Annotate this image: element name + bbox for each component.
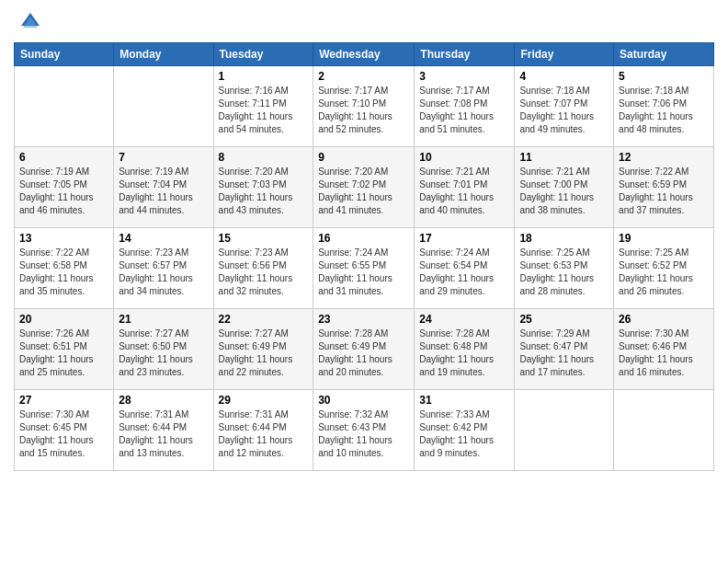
day-number: 3 (419, 70, 509, 83)
day-info: Sunrise: 7:20 AMSunset: 7:02 PMDaylight:… (318, 166, 409, 217)
day-cell: 6 Sunrise: 7:19 AMSunset: 7:05 PMDayligh… (15, 147, 114, 228)
week-row-1: 1 Sunrise: 7:16 AMSunset: 7:11 PMDayligh… (15, 66, 714, 147)
day-number: 27 (19, 394, 108, 407)
day-number: 28 (119, 394, 208, 407)
day-cell: 25 Sunrise: 7:29 AMSunset: 6:47 PMDaylig… (515, 309, 614, 390)
day-info: Sunrise: 7:26 AMSunset: 6:51 PMDaylight:… (19, 327, 108, 379)
day-cell: 4 Sunrise: 7:18 AMSunset: 7:07 PMDayligh… (515, 66, 614, 147)
day-number: 4 (519, 70, 609, 83)
logo-icon (17, 9, 43, 35)
day-info: Sunrise: 7:22 AMSunset: 6:58 PMDaylight:… (19, 247, 108, 298)
page: SundayMondayTuesdayWednesdayThursdayFrid… (0, 0, 728, 563)
day-info: Sunrise: 7:17 AMSunset: 7:08 PMDaylight:… (419, 85, 509, 136)
header-saturday: Saturday (614, 43, 714, 66)
day-cell: 21 Sunrise: 7:27 AMSunset: 6:50 PMDaylig… (114, 309, 213, 390)
day-cell (114, 66, 213, 147)
day-cell: 7 Sunrise: 7:19 AMSunset: 7:04 PMDayligh… (114, 147, 213, 228)
day-cell (15, 66, 114, 147)
day-cell: 12 Sunrise: 7:22 AMSunset: 6:59 PMDaylig… (614, 147, 714, 228)
day-number: 24 (419, 313, 509, 326)
day-number: 20 (19, 313, 108, 326)
day-info: Sunrise: 7:18 AMSunset: 7:07 PMDaylight:… (519, 85, 609, 136)
day-number: 9 (318, 151, 409, 164)
day-cell: 15 Sunrise: 7:23 AMSunset: 6:56 PMDaylig… (213, 228, 313, 309)
day-cell: 31 Sunrise: 7:33 AMSunset: 6:42 PMDaylig… (415, 390, 515, 471)
day-cell (614, 390, 714, 471)
day-cell: 8 Sunrise: 7:20 AMSunset: 7:03 PMDayligh… (213, 147, 313, 228)
day-number: 1 (219, 70, 309, 83)
day-info: Sunrise: 7:33 AMSunset: 6:42 PMDaylight:… (419, 408, 509, 460)
day-number: 12 (619, 151, 709, 164)
day-number: 25 (519, 313, 609, 326)
day-info: Sunrise: 7:31 AMSunset: 6:44 PMDaylight:… (219, 408, 309, 460)
day-number: 22 (219, 313, 309, 326)
day-info: Sunrise: 7:29 AMSunset: 6:47 PMDaylight:… (519, 327, 609, 379)
calendar-table: SundayMondayTuesdayWednesdayThursdayFrid… (14, 42, 714, 471)
day-number: 8 (219, 151, 309, 164)
day-info: Sunrise: 7:24 AMSunset: 6:55 PMDaylight:… (318, 247, 409, 298)
day-number: 18 (519, 232, 609, 245)
day-info: Sunrise: 7:32 AMSunset: 6:43 PMDaylight:… (318, 408, 409, 460)
day-cell: 24 Sunrise: 7:28 AMSunset: 6:48 PMDaylig… (415, 309, 515, 390)
week-row-3: 13 Sunrise: 7:22 AMSunset: 6:58 PMDaylig… (15, 228, 714, 309)
day-cell: 27 Sunrise: 7:30 AMSunset: 6:45 PMDaylig… (15, 390, 114, 471)
day-cell: 1 Sunrise: 7:16 AMSunset: 7:11 PMDayligh… (213, 66, 313, 147)
day-cell: 11 Sunrise: 7:21 AMSunset: 7:00 PMDaylig… (515, 147, 614, 228)
day-number: 29 (219, 394, 309, 407)
day-cell: 23 Sunrise: 7:28 AMSunset: 6:49 PMDaylig… (313, 309, 415, 390)
day-number: 31 (419, 394, 509, 407)
day-info: Sunrise: 7:28 AMSunset: 6:49 PMDaylight:… (318, 327, 409, 379)
day-info: Sunrise: 7:25 AMSunset: 6:52 PMDaylight:… (619, 247, 709, 298)
day-cell: 29 Sunrise: 7:31 AMSunset: 6:44 PMDaylig… (213, 390, 313, 471)
day-number: 10 (419, 151, 509, 164)
day-number: 11 (519, 151, 609, 164)
day-info: Sunrise: 7:20 AMSunset: 7:03 PMDaylight:… (219, 166, 309, 217)
day-number: 23 (318, 313, 409, 326)
day-cell: 14 Sunrise: 7:23 AMSunset: 6:57 PMDaylig… (114, 228, 213, 309)
day-info: Sunrise: 7:16 AMSunset: 7:11 PMDaylight:… (219, 85, 309, 136)
day-number: 16 (318, 232, 409, 245)
day-info: Sunrise: 7:30 AMSunset: 6:46 PMDaylight:… (619, 327, 709, 379)
week-row-5: 27 Sunrise: 7:30 AMSunset: 6:45 PMDaylig… (15, 390, 714, 471)
day-cell: 18 Sunrise: 7:25 AMSunset: 6:53 PMDaylig… (515, 228, 614, 309)
day-info: Sunrise: 7:28 AMSunset: 6:48 PMDaylight:… (419, 327, 509, 379)
day-info: Sunrise: 7:19 AMSunset: 7:04 PMDaylight:… (119, 166, 208, 217)
day-info: Sunrise: 7:27 AMSunset: 6:49 PMDaylight:… (219, 327, 309, 379)
day-info: Sunrise: 7:22 AMSunset: 6:59 PMDaylight:… (619, 166, 709, 217)
day-cell: 20 Sunrise: 7:26 AMSunset: 6:51 PMDaylig… (15, 309, 114, 390)
header-tuesday: Tuesday (213, 43, 313, 66)
day-number: 7 (119, 151, 208, 164)
day-info: Sunrise: 7:19 AMSunset: 7:05 PMDaylight:… (19, 166, 108, 217)
header-thursday: Thursday (415, 43, 515, 66)
day-cell: 9 Sunrise: 7:20 AMSunset: 7:02 PMDayligh… (313, 147, 415, 228)
day-info: Sunrise: 7:21 AMSunset: 7:01 PMDaylight:… (419, 166, 509, 217)
day-number: 13 (19, 232, 108, 245)
day-cell: 5 Sunrise: 7:18 AMSunset: 7:06 PMDayligh… (614, 66, 714, 147)
day-cell: 3 Sunrise: 7:17 AMSunset: 7:08 PMDayligh… (415, 66, 515, 147)
header-friday: Friday (515, 43, 614, 66)
day-cell: 16 Sunrise: 7:24 AMSunset: 6:55 PMDaylig… (313, 228, 415, 309)
week-row-4: 20 Sunrise: 7:26 AMSunset: 6:51 PMDaylig… (15, 309, 714, 390)
day-info: Sunrise: 7:27 AMSunset: 6:50 PMDaylight:… (119, 327, 208, 379)
day-number: 15 (219, 232, 309, 245)
day-number: 5 (619, 70, 709, 83)
day-cell: 26 Sunrise: 7:30 AMSunset: 6:46 PMDaylig… (614, 309, 714, 390)
day-cell: 30 Sunrise: 7:32 AMSunset: 6:43 PMDaylig… (313, 390, 415, 471)
day-info: Sunrise: 7:17 AMSunset: 7:10 PMDaylight:… (318, 85, 409, 136)
day-info: Sunrise: 7:31 AMSunset: 6:44 PMDaylight:… (119, 408, 208, 460)
day-info: Sunrise: 7:21 AMSunset: 7:00 PMDaylight:… (519, 166, 609, 217)
day-number: 2 (318, 70, 409, 83)
header-wednesday: Wednesday (313, 43, 415, 66)
calendar-header-row: SundayMondayTuesdayWednesdayThursdayFrid… (15, 43, 714, 66)
day-cell: 22 Sunrise: 7:27 AMSunset: 6:49 PMDaylig… (213, 309, 313, 390)
day-cell: 2 Sunrise: 7:17 AMSunset: 7:10 PMDayligh… (313, 66, 415, 147)
day-number: 14 (119, 232, 208, 245)
day-cell: 28 Sunrise: 7:31 AMSunset: 6:44 PMDaylig… (114, 390, 213, 471)
header (14, 9, 714, 35)
day-info: Sunrise: 7:18 AMSunset: 7:06 PMDaylight:… (619, 85, 709, 136)
day-cell: 10 Sunrise: 7:21 AMSunset: 7:01 PMDaylig… (415, 147, 515, 228)
day-info: Sunrise: 7:23 AMSunset: 6:56 PMDaylight:… (219, 247, 309, 298)
header-sunday: Sunday (15, 43, 114, 66)
day-cell: 17 Sunrise: 7:24 AMSunset: 6:54 PMDaylig… (415, 228, 515, 309)
day-number: 26 (619, 313, 709, 326)
